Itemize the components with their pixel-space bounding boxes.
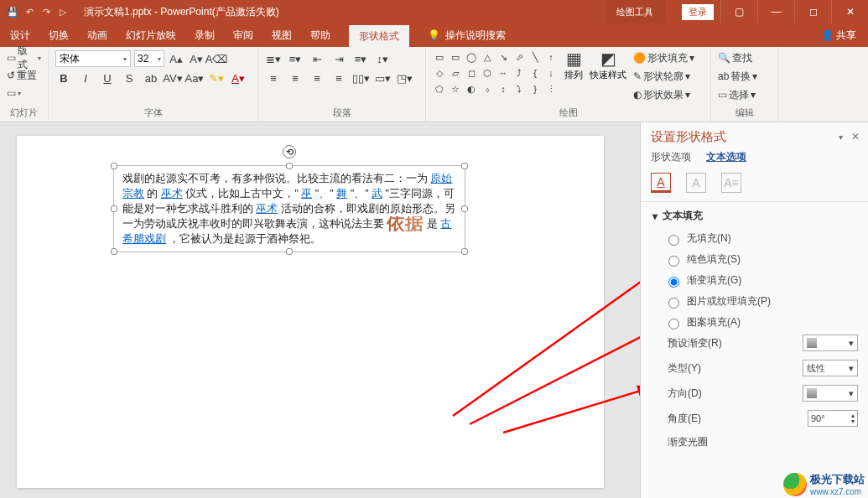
handle-w[interactable]	[111, 205, 117, 212]
shadow-icon[interactable]: ab	[143, 70, 159, 86]
shape-outline[interactable]: ✎ 形状轮廓 ▾	[633, 69, 694, 84]
radio-picture-fill[interactable]: 图片或纹理填充(P)	[664, 294, 858, 309]
handle-ne[interactable]	[461, 163, 468, 169]
tab-transitions[interactable]: 切换	[49, 29, 69, 43]
textbox-body[interactable]: 戏剧的起源实不可考，有多种假说。比较主流的看法有二：一为 原始宗教 的 巫术 仪…	[114, 166, 465, 252]
bullets-icon[interactable]: ≣▾	[265, 50, 282, 67]
gradient-angle-spinner[interactable]: 90°▴▾	[808, 410, 858, 427]
tab-animations[interactable]: 动画	[87, 29, 107, 43]
tab-design[interactable]: 设计	[10, 29, 30, 43]
section-text-fill[interactable]: ▾ 文本填充	[652, 209, 858, 228]
decrease-font-icon[interactable]: A▾	[188, 50, 205, 67]
smartart-icon[interactable]: ◳▾	[396, 70, 413, 86]
replace-button[interactable]: ab 替换 ▾	[718, 69, 771, 84]
strike-icon[interactable]: S	[121, 70, 138, 86]
changecase-icon[interactable]: Aa▾	[186, 70, 203, 86]
quickstyle-icon[interactable]: ◩	[600, 50, 616, 67]
slide[interactable]: ⟲ 戏剧的起源实不可考，有多种假说。比较主流的看法有二：一为 原始宗教 的 巫术	[17, 136, 604, 488]
tab-text-options[interactable]: 文本选项	[706, 150, 746, 164]
handle-n[interactable]	[286, 163, 293, 169]
close-button[interactable]: ✕	[831, 0, 868, 23]
arrange-icon[interactable]: ▦	[565, 50, 582, 67]
align-text-icon[interactable]: ▭▾	[374, 70, 391, 86]
radio-no-fill[interactable]: 无填充(N)	[664, 231, 858, 246]
group-font-label: 字体	[55, 106, 251, 120]
radio-pattern-fill[interactable]: 图案填充(A)	[664, 315, 858, 329]
handle-s[interactable]	[286, 248, 293, 255]
indent-decrease-icon[interactable]: ⇤	[309, 50, 325, 67]
link-wudance[interactable]: 舞	[336, 188, 347, 200]
columns-icon[interactable]: ▯▯▾	[352, 70, 369, 86]
canvas-area[interactable]: ⟲ 戏剧的起源实不可考，有多种假说。比较主流的看法有二：一为 原始宗教 的 巫术	[0, 122, 640, 498]
handle-se[interactable]	[461, 248, 468, 255]
link-wu[interactable]: 巫	[301, 188, 312, 200]
justify-icon[interactable]: ≡	[330, 70, 347, 86]
tab-review[interactable]: 审阅	[233, 29, 253, 43]
gradient-direction-dropdown[interactable]: ▾	[803, 385, 858, 402]
section-dropdown[interactable]: ▭ ▾	[7, 86, 41, 101]
minimize-button[interactable]: —	[757, 0, 794, 23]
undo-icon[interactable]: ↶	[23, 6, 35, 18]
preset-gradient-dropdown[interactable]: ▾	[803, 335, 858, 351]
find-button[interactable]: 🔍 查找	[718, 50, 771, 65]
indent-increase-icon[interactable]: ⇥	[330, 50, 347, 67]
contextual-tab-group: 绘图工具	[605, 0, 665, 23]
align-right-icon[interactable]: ≡	[309, 70, 325, 86]
align-left-icon[interactable]: ≡	[265, 70, 282, 86]
tab-view[interactable]: 视图	[272, 29, 292, 43]
quickstyle-label[interactable]: 快速样式	[590, 69, 626, 81]
layout-dropdown[interactable]: ▭ 版式 ▾	[7, 50, 41, 65]
tab-help[interactable]: 帮助	[310, 29, 330, 43]
login-button[interactable]: 登录	[682, 4, 714, 20]
tell-me[interactable]: 💡 操作说明搜索	[428, 29, 506, 43]
panel-options-dropdown-icon[interactable]: ▾	[839, 132, 843, 142]
redo-icon[interactable]: ↷	[40, 6, 52, 18]
textbox-icon[interactable]: A≡	[721, 173, 741, 193]
numbering-icon[interactable]: ≡▾	[287, 50, 304, 67]
link-wumartial[interactable]: 武	[372, 188, 382, 200]
link-wushu2[interactable]: 巫术	[256, 203, 278, 215]
radio-solid-fill[interactable]: 纯色填充(S)	[664, 252, 858, 267]
shape-effects[interactable]: ◐ 形状效果 ▾	[633, 87, 694, 102]
radio-gradient-fill[interactable]: 渐变填充(G)	[664, 273, 858, 288]
line-spacing-icon[interactable]: ≡▾	[352, 50, 369, 67]
share-button[interactable]: 👤 共享	[821, 29, 856, 43]
rotate-handle-icon[interactable]: ⟲	[283, 145, 296, 158]
maximize-button[interactable]: ◻	[794, 0, 831, 23]
underline-icon[interactable]: U	[99, 70, 116, 86]
text-direction-icon[interactable]: ↕▾	[374, 50, 391, 67]
select-button[interactable]: ▭ 选择 ▾	[718, 87, 771, 102]
gradient-type-dropdown[interactable]: 线性▾	[803, 360, 858, 376]
tab-slideshow[interactable]: 幻灯片放映	[126, 29, 176, 43]
font-color-icon[interactable]: A▾	[230, 70, 247, 86]
ribbon-display-options[interactable]: ▢	[720, 0, 757, 23]
font-name[interactable]: 宋体▾	[55, 50, 131, 67]
handle-nw[interactable]	[111, 163, 117, 169]
startfrombeginning-icon[interactable]: ▷	[57, 6, 69, 18]
text-fill-outline-icon[interactable]: A	[651, 173, 671, 193]
save-icon[interactable]: 💾	[7, 6, 18, 18]
font-size[interactable]: 32▾	[134, 50, 164, 67]
panel-close-icon[interactable]: ✕	[851, 131, 860, 143]
highlight-icon[interactable]: ✎▾	[208, 70, 225, 86]
handle-e[interactable]	[461, 205, 468, 212]
handle-sw[interactable]	[111, 248, 117, 255]
watermark-logo-icon	[783, 473, 807, 496]
text-effects-icon[interactable]: A	[686, 173, 706, 193]
spacing-icon[interactable]: AV▾	[164, 70, 181, 86]
textbox-selected[interactable]: ⟲ 戏剧的起源实不可考，有多种假说。比较主流的看法有二：一为 原始宗教 的 巫术	[113, 165, 465, 252]
clear-formatting-icon[interactable]: A⌫	[208, 50, 225, 67]
reset-button[interactable]: ↺ 重置	[7, 68, 41, 83]
t4: "、"	[315, 188, 334, 200]
shape-fill[interactable]: 🟠 形状填充 ▾	[633, 50, 694, 65]
shape-gallery[interactable]: ▭▭◯△↘⬀╲↑ ◇▱◻⬡↔⤴{↓ ⬠☆◐⬨↕⤵}⋮	[433, 50, 558, 96]
italic-icon[interactable]: I	[77, 70, 94, 86]
arrange-label[interactable]: 排列	[564, 69, 583, 81]
increase-font-icon[interactable]: A▴	[168, 50, 185, 67]
align-center-icon[interactable]: ≡	[287, 70, 304, 86]
tab-record[interactable]: 录制	[195, 29, 215, 43]
bold-icon[interactable]: B	[55, 70, 72, 86]
link-wushu1[interactable]: 巫术	[161, 188, 183, 200]
tab-shape-options[interactable]: 形状选项	[651, 150, 691, 164]
tab-shape-format[interactable]: 形状格式	[349, 25, 409, 48]
